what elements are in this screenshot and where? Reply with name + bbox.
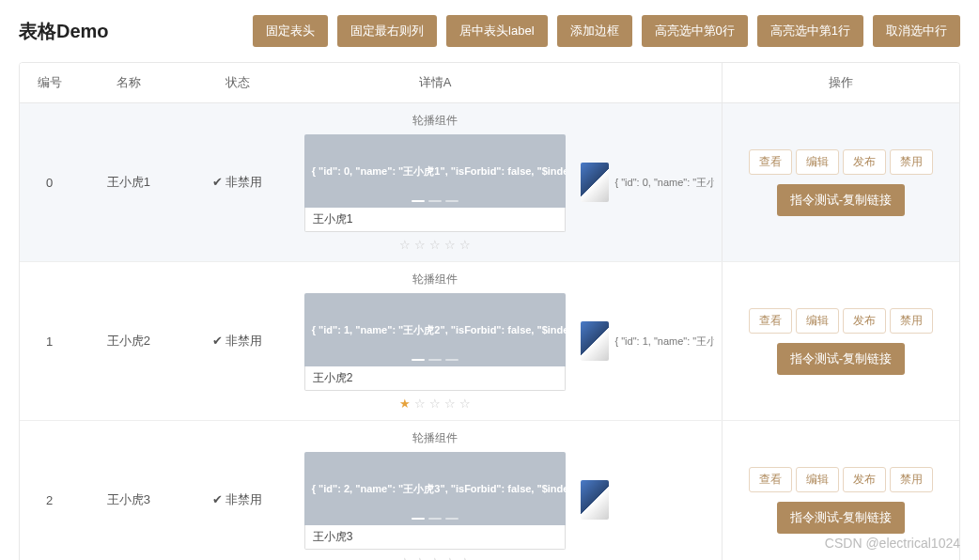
json-preview: { "id": 0, "name": "王小虎 — [614, 176, 713, 190]
toolbar: 固定表头 固定最右则列 居中表头label 添加边框 高亮选中第0行 高亮选中第… — [253, 15, 960, 47]
carousel-title: 轮播组件 — [304, 272, 567, 288]
copy-link-button[interactable]: 指令测试-复制链接 — [777, 502, 905, 534]
carousel[interactable]: { "id": 1, "name": "王小虎2", "isForbid": f… — [304, 293, 567, 366]
clear-highlight-button[interactable]: 取消选中行 — [873, 15, 960, 47]
rating[interactable]: ★☆☆☆☆ — [304, 397, 567, 411]
star-icon[interactable]: ☆ — [429, 555, 441, 560]
cell-detailA: 轮播组件{ "id": 0, "name": "王小虎1", "isForbid… — [297, 103, 574, 262]
add-border-button[interactable]: 添加边框 — [557, 15, 632, 47]
page-title: 表格Demo — [19, 19, 109, 44]
cell-status: ✔ 非禁用 — [178, 421, 296, 561]
highlight-row1-button[interactable]: 高亮选中第1行 — [757, 15, 863, 47]
publish-button[interactable]: 发布 — [843, 308, 886, 334]
highlight-row0-button[interactable]: 高亮选中第0行 — [642, 15, 748, 47]
fix-header-button[interactable]: 固定表头 — [253, 15, 328, 47]
star-icon[interactable]: ☆ — [444, 238, 456, 252]
view-button[interactable]: 查看 — [749, 308, 792, 334]
col-detailA: 详情A — [297, 63, 574, 103]
publish-button[interactable]: 发布 — [843, 149, 886, 175]
carousel-title: 轮播组件 — [304, 113, 567, 129]
star-icon[interactable]: ☆ — [444, 397, 456, 411]
col-id: 编号 — [20, 63, 79, 103]
forbid-button[interactable]: 禁用 — [890, 149, 933, 175]
star-icon[interactable]: ☆ — [414, 238, 426, 252]
col-name: 名称 — [79, 63, 178, 103]
center-header-button[interactable]: 居中表头label — [446, 15, 547, 47]
star-icon[interactable]: ★ — [399, 397, 411, 411]
copy-link-button[interactable]: 指令测试-复制链接 — [777, 343, 905, 375]
cell-id: 2 — [20, 421, 79, 561]
star-icon[interactable]: ☆ — [444, 555, 456, 560]
forbid-button[interactable]: 禁用 — [890, 308, 933, 334]
cell-status: ✔ 非禁用 — [178, 262, 296, 421]
edit-button[interactable]: 编辑 — [796, 467, 839, 492]
view-button[interactable]: 查看 — [749, 467, 792, 492]
rating[interactable]: ☆☆☆☆☆ — [304, 555, 567, 560]
table-row[interactable]: 1王小虎2✔ 非禁用轮播组件{ "id": 1, "name": "王小虎2",… — [20, 262, 959, 421]
col-actions: 操作 — [722, 63, 959, 103]
star-icon[interactable]: ☆ — [414, 397, 426, 411]
name-input[interactable]: 王小虎3 — [304, 525, 567, 550]
cell-actions: 查看编辑发布禁用指令测试-复制链接 — [722, 421, 959, 561]
star-icon[interactable]: ☆ — [459, 397, 471, 411]
col-detailB — [573, 63, 722, 103]
carousel-title: 轮播组件 — [304, 430, 567, 446]
cell-detailA: 轮播组件{ "id": 2, "name": "王小虎3", "isForbid… — [297, 421, 574, 561]
cell-detailB — [573, 421, 722, 561]
table: 编号 名称 状态 详情A 操作 0王小虎1✔ 非禁用轮播组件{ "id": 0,… — [19, 62, 960, 560]
cell-name: 王小虎1 — [79, 103, 178, 262]
forbid-button[interactable]: 禁用 — [890, 467, 933, 492]
cell-detailB: { "id": 0, "name": "王小虎 — [573, 103, 722, 262]
table-row[interactable]: 2王小虎3✔ 非禁用轮播组件{ "id": 2, "name": "王小虎3",… — [20, 421, 959, 561]
star-icon[interactable]: ☆ — [459, 238, 471, 252]
thumbnail-icon — [581, 321, 609, 361]
carousel-indicators — [412, 518, 458, 520]
edit-button[interactable]: 编辑 — [796, 308, 839, 334]
cell-id: 1 — [20, 262, 79, 421]
carousel-indicators — [412, 200, 458, 202]
name-input[interactable]: 王小虎1 — [304, 208, 567, 232]
cell-status: ✔ 非禁用 — [178, 103, 296, 262]
carousel[interactable]: { "id": 2, "name": "王小虎3", "isForbid": f… — [304, 452, 567, 525]
cell-id: 0 — [20, 103, 79, 262]
star-icon[interactable]: ☆ — [459, 555, 471, 560]
publish-button[interactable]: 发布 — [843, 467, 886, 492]
col-status: 状态 — [178, 63, 296, 103]
cell-name: 王小虎3 — [79, 421, 178, 561]
table-row[interactable]: 0王小虎1✔ 非禁用轮播组件{ "id": 0, "name": "王小虎1",… — [20, 103, 959, 262]
view-button[interactable]: 查看 — [749, 149, 792, 175]
cell-detailB: { "id": 1, "name": "王小虎 — [573, 262, 722, 421]
cell-name: 王小虎2 — [79, 262, 178, 421]
carousel-indicators — [412, 359, 458, 361]
fix-right-col-button[interactable]: 固定最右则列 — [337, 15, 437, 47]
rating[interactable]: ☆☆☆☆☆ — [304, 238, 567, 252]
cell-actions: 查看编辑发布禁用指令测试-复制链接 — [722, 262, 959, 421]
star-icon[interactable]: ☆ — [414, 555, 426, 560]
cell-detailA: 轮播组件{ "id": 1, "name": "王小虎2", "isForbid… — [297, 262, 574, 421]
thumbnail-icon — [581, 480, 609, 520]
star-icon[interactable]: ☆ — [399, 555, 411, 560]
carousel[interactable]: { "id": 0, "name": "王小虎1", "isForbid": f… — [304, 134, 567, 208]
json-preview: { "id": 1, "name": "王小虎 — [614, 334, 713, 349]
edit-button[interactable]: 编辑 — [796, 149, 839, 175]
thumbnail-icon — [581, 163, 609, 202]
name-input[interactable]: 王小虎2 — [304, 366, 567, 391]
star-icon[interactable]: ☆ — [399, 238, 411, 252]
copy-link-button[interactable]: 指令测试-复制链接 — [777, 184, 905, 216]
star-icon[interactable]: ☆ — [429, 238, 441, 252]
star-icon[interactable]: ☆ — [429, 397, 441, 411]
cell-actions: 查看编辑发布禁用指令测试-复制链接 — [722, 103, 959, 262]
table-header-row: 编号 名称 状态 详情A 操作 — [20, 63, 959, 103]
